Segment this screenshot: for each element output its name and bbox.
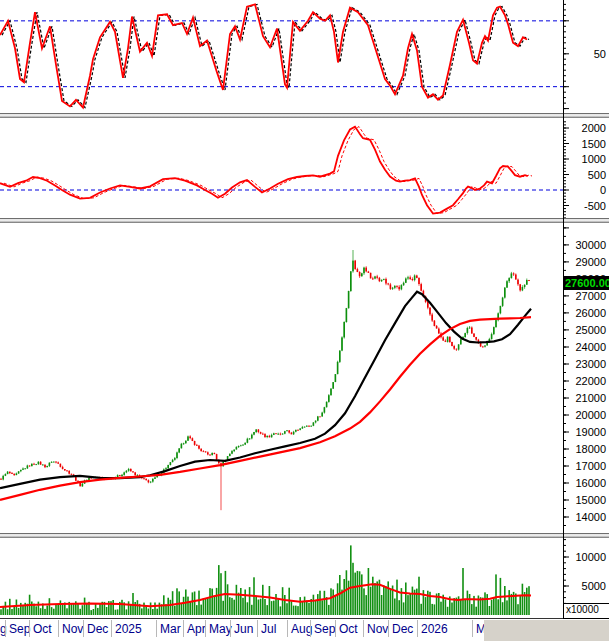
panel-splitter-3[interactable] (0, 533, 609, 538)
time-axis-separator (335, 620, 336, 637)
axis-tick-label: 24000 (575, 341, 606, 353)
axis-tick-label: 26000 (575, 307, 606, 319)
time-axis-separator (205, 620, 206, 637)
axis-tick-label: 16000 (575, 477, 606, 489)
time-axis-separator (156, 620, 157, 637)
stochastic-signal-line (2, 4, 529, 107)
time-axis-separator (417, 620, 418, 637)
time-axis-label: Jul (261, 622, 276, 636)
time-axis-separator (29, 620, 30, 637)
volume-multiplier-label: x10000 (563, 603, 609, 619)
axis-tick-label: 29000 (575, 256, 606, 268)
time-axis-label: Nov (367, 622, 388, 636)
time-axis-separator (472, 620, 473, 637)
time-axis-separator (287, 620, 288, 637)
stochastic-line (0, 4, 527, 107)
axis-tick-label: 20000 (575, 409, 606, 421)
axis-corner-block (484, 620, 609, 641)
technical-analysis-chart: 502000150010005000-500300002900028000270… (0, 0, 609, 641)
axis-tick-label: 21000 (575, 392, 606, 404)
axis-tick-label: 22000 (575, 375, 606, 387)
time-axis-label: May (209, 622, 232, 636)
time-axis-label: 2026 (421, 622, 448, 636)
time-axis-label: Dec (87, 622, 108, 636)
price-axis-line (563, 0, 564, 619)
time-axis-label: Oct (339, 622, 358, 636)
axis-tick-label: 25000 (575, 324, 606, 336)
panel-splitter-2[interactable] (0, 218, 609, 223)
time-axis-label: Dec (392, 622, 413, 636)
axis-tick-label: 0 (600, 184, 606, 196)
time-axis-label: Oct (33, 622, 52, 636)
candlestick-series (0, 250, 530, 510)
momentum-signal-line (4, 127, 532, 214)
time-axis-separator (388, 620, 389, 637)
momentum-line (0, 127, 528, 214)
time-axis-separator (230, 620, 231, 637)
axis-tick-label: 17000 (575, 460, 606, 472)
time-axis-separator (310, 620, 311, 637)
axis-tick-label: 14000 (575, 511, 606, 523)
time-axis-separator (58, 620, 59, 637)
axis-tick-label: 30000 (575, 239, 606, 251)
axis-tick-label: 15000 (575, 494, 606, 506)
axis-tick-label: 23000 (575, 358, 606, 370)
time-axis-separator (183, 620, 184, 637)
time-axis-label: Sep (314, 622, 335, 636)
axis-tick-label: 5000 (582, 580, 606, 592)
time-axis-separator (363, 620, 364, 637)
axis-tick-label: 19000 (575, 426, 606, 438)
time-axis-label: Apr (187, 622, 206, 636)
axis-tick-label: 27000 (575, 290, 606, 302)
axis-tick-label: 10000 (575, 551, 606, 563)
axis-tick-label: -500 (584, 200, 606, 212)
time-axis-separator (257, 620, 258, 637)
panel-splitter-1[interactable] (0, 113, 609, 118)
axis-tick-label: 18000 (575, 443, 606, 455)
last-price-label: 27600.00 (563, 276, 609, 290)
axis-tick-label: 1500 (582, 138, 606, 150)
axis-tick-label: 500 (588, 169, 606, 181)
axis-tick-label: 50 (594, 48, 606, 60)
time-axis-separator (5, 620, 6, 637)
time-axis-separator (83, 620, 84, 637)
chart-canvas[interactable]: 502000150010005000-500300002900028000270… (0, 0, 609, 641)
time-axis-label: Nov (62, 622, 83, 636)
axis-tick-label: 1000 (582, 153, 606, 165)
moving-average-fast (0, 292, 531, 488)
time-axis-label: 2025 (115, 622, 142, 636)
time-axis-label: Jun (234, 622, 253, 636)
axis-tick-label: 2000 (582, 122, 606, 134)
time-axis-separator (111, 620, 112, 637)
time-axis-label: Mar (160, 622, 181, 636)
time-axis-label: Sep (9, 622, 30, 636)
